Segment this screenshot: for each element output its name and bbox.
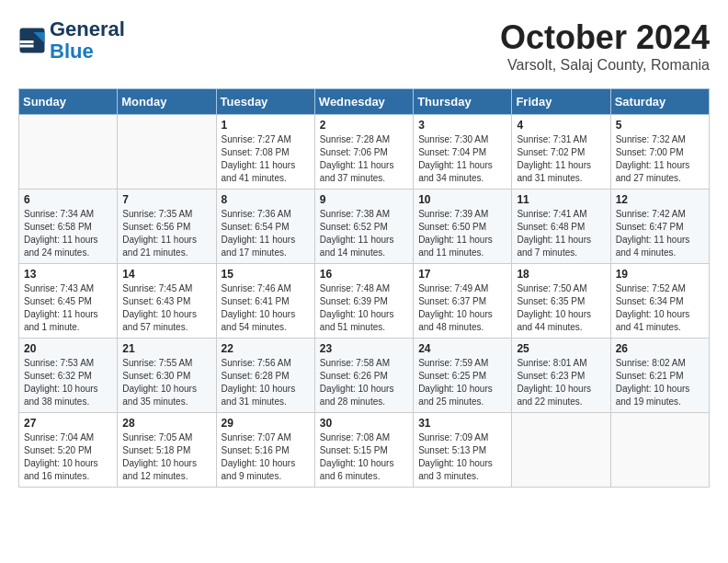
day-info: Sunrise: 7:58 AM Sunset: 6:26 PM Dayligh… (320, 357, 408, 408)
day-cell: 11Sunrise: 7:41 AM Sunset: 6:48 PM Dayli… (512, 190, 610, 264)
day-info: Sunrise: 7:41 AM Sunset: 6:48 PM Dayligh… (517, 208, 605, 259)
day-cell: 6Sunrise: 7:34 AM Sunset: 6:58 PM Daylig… (19, 190, 118, 264)
day-info: Sunrise: 7:56 AM Sunset: 6:28 PM Dayligh… (222, 357, 310, 408)
day-info: Sunrise: 7:49 AM Sunset: 6:37 PM Dayligh… (418, 282, 506, 334)
day-number: 8 (222, 193, 310, 206)
day-cell (610, 413, 709, 488)
page-header: General Blue October 2024 Varsolt, Salaj… (18, 18, 710, 74)
day-cell: 20Sunrise: 7:53 AM Sunset: 6:32 PM Dayli… (19, 339, 118, 413)
day-cell: 28Sunrise: 7:05 AM Sunset: 5:18 PM Dayli… (118, 413, 216, 488)
day-number: 4 (517, 119, 605, 132)
weekday-header-row: SundayMondayTuesdayWednesdayThursdayFrid… (19, 89, 710, 115)
week-row-2: 6Sunrise: 7:34 AM Sunset: 6:58 PM Daylig… (19, 190, 710, 264)
week-row-3: 13Sunrise: 7:43 AM Sunset: 6:45 PM Dayli… (19, 264, 710, 339)
day-cell: 3Sunrise: 7:30 AM Sunset: 7:04 PM Daylig… (414, 115, 512, 190)
day-info: Sunrise: 7:43 AM Sunset: 6:45 PM Dayligh… (24, 282, 112, 334)
day-number: 16 (320, 268, 408, 281)
week-row-4: 20Sunrise: 7:53 AM Sunset: 6:32 PM Dayli… (19, 339, 710, 413)
day-cell: 29Sunrise: 7:07 AM Sunset: 5:16 PM Dayli… (216, 413, 314, 488)
day-info: Sunrise: 7:35 AM Sunset: 6:56 PM Dayligh… (122, 208, 210, 259)
day-cell: 30Sunrise: 7:08 AM Sunset: 5:15 PM Dayli… (314, 413, 413, 488)
day-info: Sunrise: 7:04 AM Sunset: 5:20 PM Dayligh… (24, 431, 112, 483)
day-number: 26 (616, 342, 704, 355)
weekday-header-sunday: Sunday (19, 89, 118, 115)
day-info: Sunrise: 8:02 AM Sunset: 6:21 PM Dayligh… (616, 357, 704, 408)
week-row-1: 1Sunrise: 7:27 AM Sunset: 7:08 PM Daylig… (19, 115, 710, 190)
day-number: 14 (122, 268, 210, 281)
day-number: 29 (222, 417, 310, 430)
day-number: 22 (222, 342, 310, 355)
day-number: 25 (517, 342, 605, 355)
day-number: 9 (320, 193, 408, 206)
day-info: Sunrise: 7:36 AM Sunset: 6:54 PM Dayligh… (222, 208, 310, 259)
day-number: 20 (24, 342, 112, 355)
day-cell: 24Sunrise: 7:59 AM Sunset: 6:25 PM Dayli… (414, 339, 512, 413)
day-number: 12 (616, 193, 704, 206)
week-row-5: 27Sunrise: 7:04 AM Sunset: 5:20 PM Dayli… (19, 413, 710, 488)
day-info: Sunrise: 7:46 AM Sunset: 6:41 PM Dayligh… (222, 282, 310, 334)
location: Varsolt, Salaj County, Romania (500, 57, 710, 74)
day-info: Sunrise: 7:05 AM Sunset: 5:18 PM Dayligh… (122, 431, 210, 483)
svg-rect-2 (20, 40, 34, 43)
day-number: 10 (418, 193, 506, 206)
day-number: 6 (24, 193, 112, 206)
day-cell: 2Sunrise: 7:28 AM Sunset: 7:06 PM Daylig… (314, 115, 413, 190)
day-cell: 16Sunrise: 7:48 AM Sunset: 6:39 PM Dayli… (314, 264, 413, 339)
day-number: 1 (222, 119, 310, 132)
month-title: October 2024 (500, 18, 710, 57)
day-cell: 21Sunrise: 7:55 AM Sunset: 6:30 PM Dayli… (118, 339, 216, 413)
day-cell: 15Sunrise: 7:46 AM Sunset: 6:41 PM Dayli… (216, 264, 314, 339)
day-cell: 17Sunrise: 7:49 AM Sunset: 6:37 PM Dayli… (414, 264, 512, 339)
day-info: Sunrise: 7:08 AM Sunset: 5:15 PM Dayligh… (320, 431, 408, 483)
day-cell: 7Sunrise: 7:35 AM Sunset: 6:56 PM Daylig… (118, 190, 216, 264)
day-cell: 27Sunrise: 7:04 AM Sunset: 5:20 PM Dayli… (19, 413, 118, 488)
day-info: Sunrise: 7:32 AM Sunset: 7:00 PM Dayligh… (616, 133, 704, 185)
weekday-header-wednesday: Wednesday (314, 89, 413, 115)
logo-text: General Blue (50, 18, 125, 63)
day-cell: 10Sunrise: 7:39 AM Sunset: 6:50 PM Dayli… (414, 190, 512, 264)
day-info: Sunrise: 7:30 AM Sunset: 7:04 PM Dayligh… (418, 133, 506, 185)
day-cell: 13Sunrise: 7:43 AM Sunset: 6:45 PM Dayli… (19, 264, 118, 339)
day-number: 5 (616, 119, 704, 132)
day-cell: 5Sunrise: 7:32 AM Sunset: 7:00 PM Daylig… (610, 115, 709, 190)
day-cell (512, 413, 610, 488)
day-number: 27 (24, 417, 112, 430)
weekday-header-tuesday: Tuesday (216, 89, 314, 115)
day-number: 17 (418, 268, 506, 281)
day-number: 15 (222, 268, 310, 281)
day-info: Sunrise: 7:39 AM Sunset: 6:50 PM Dayligh… (418, 208, 506, 259)
weekday-header-saturday: Saturday (610, 89, 709, 115)
day-info: Sunrise: 7:27 AM Sunset: 7:08 PM Dayligh… (222, 133, 310, 185)
day-cell: 8Sunrise: 7:36 AM Sunset: 6:54 PM Daylig… (216, 190, 314, 264)
calendar-table: SundayMondayTuesdayWednesdayThursdayFrid… (18, 88, 710, 488)
day-number: 18 (517, 268, 605, 281)
day-info: Sunrise: 7:31 AM Sunset: 7:02 PM Dayligh… (517, 133, 605, 185)
day-number: 28 (122, 417, 210, 430)
day-cell: 18Sunrise: 7:50 AM Sunset: 6:35 PM Dayli… (512, 264, 610, 339)
day-number: 11 (517, 193, 605, 206)
day-number: 24 (418, 342, 506, 355)
day-cell: 26Sunrise: 8:02 AM Sunset: 6:21 PM Dayli… (610, 339, 709, 413)
day-number: 31 (418, 417, 506, 430)
day-info: Sunrise: 7:28 AM Sunset: 7:06 PM Dayligh… (320, 133, 408, 185)
day-cell (19, 115, 118, 190)
weekday-header-thursday: Thursday (414, 89, 512, 115)
day-cell: 23Sunrise: 7:58 AM Sunset: 6:26 PM Dayli… (314, 339, 413, 413)
day-number: 13 (24, 268, 112, 281)
day-info: Sunrise: 7:55 AM Sunset: 6:30 PM Dayligh… (122, 357, 210, 408)
logo: General Blue (18, 18, 125, 63)
day-info: Sunrise: 8:01 AM Sunset: 6:23 PM Dayligh… (517, 357, 605, 408)
day-info: Sunrise: 7:50 AM Sunset: 6:35 PM Dayligh… (517, 282, 605, 334)
day-number: 19 (616, 268, 704, 281)
logo-icon (18, 27, 46, 54)
day-cell: 1Sunrise: 7:27 AM Sunset: 7:08 PM Daylig… (216, 115, 314, 190)
day-number: 2 (320, 119, 408, 132)
day-info: Sunrise: 7:38 AM Sunset: 6:52 PM Dayligh… (320, 208, 408, 259)
day-cell: 14Sunrise: 7:45 AM Sunset: 6:43 PM Dayli… (118, 264, 216, 339)
day-cell: 12Sunrise: 7:42 AM Sunset: 6:47 PM Dayli… (610, 190, 709, 264)
day-cell: 31Sunrise: 7:09 AM Sunset: 5:13 PM Dayli… (414, 413, 512, 488)
day-info: Sunrise: 7:42 AM Sunset: 6:47 PM Dayligh… (616, 208, 704, 259)
day-info: Sunrise: 7:52 AM Sunset: 6:34 PM Dayligh… (616, 282, 704, 334)
day-number: 7 (122, 193, 210, 206)
day-cell: 22Sunrise: 7:56 AM Sunset: 6:28 PM Dayli… (216, 339, 314, 413)
